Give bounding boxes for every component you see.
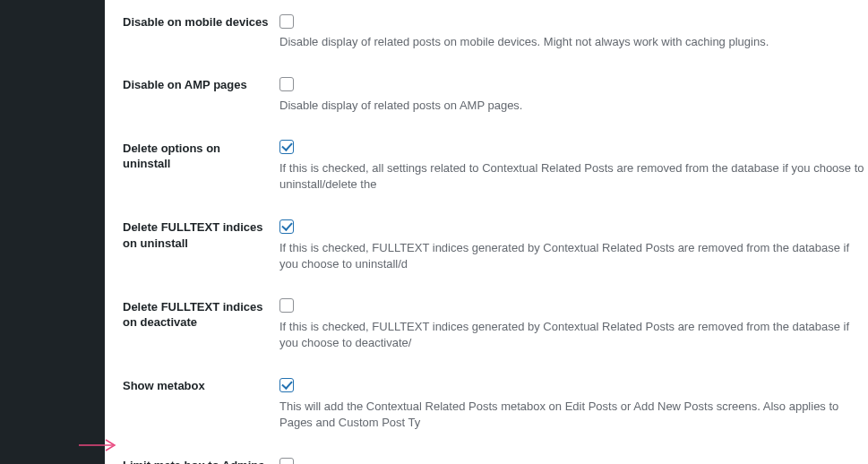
admin-sidebar bbox=[0, 0, 105, 464]
delete-options-uninstall-checkbox[interactable] bbox=[279, 140, 294, 154]
delete-fulltext-deactivate-checkbox[interactable] bbox=[279, 298, 294, 313]
setting-row-disable-mobile: Disable on mobile devices Disable displa… bbox=[123, 0, 868, 63]
setting-field: Disable display of related posts on AMP … bbox=[279, 75, 868, 113]
setting-description: If this is checked, FULLTEXT indices gen… bbox=[279, 320, 849, 349]
setting-label: Delete FULLTEXT indices on uninstall bbox=[123, 218, 279, 251]
settings-form-table: Disable on mobile devices Disable displa… bbox=[123, 0, 868, 464]
setting-field: If this is checked, all settings related… bbox=[279, 139, 868, 193]
setting-row-disable-amp: Disable on AMP pages Disable display of … bbox=[123, 63, 868, 125]
setting-row-show-metabox: Show metabox This will add the Contextua… bbox=[123, 364, 868, 443]
show-metabox-checkbox[interactable] bbox=[279, 378, 294, 392]
setting-description: This will add the Contextual Related Pos… bbox=[279, 400, 838, 429]
setting-row-delete-options-uninstall: Delete options on uninstall If this is c… bbox=[123, 126, 868, 206]
setting-description: Disable display of related posts on AMP … bbox=[279, 99, 522, 112]
disable-mobile-checkbox[interactable] bbox=[279, 14, 294, 29]
limit-metabox-admins-checkbox[interactable] bbox=[279, 458, 294, 464]
setting-label: Delete FULLTEXT indices on deactivate bbox=[123, 297, 279, 331]
disable-amp-checkbox[interactable] bbox=[279, 77, 294, 91]
setting-field: If selected, the meta box will be hidden… bbox=[279, 456, 868, 464]
setting-label: Limit meta box to Admins only bbox=[123, 456, 279, 464]
settings-content: Disable on mobile devices Disable displa… bbox=[105, 0, 868, 464]
setting-description: If this is checked, FULLTEXT indices gen… bbox=[279, 241, 849, 271]
setting-description: Disable display of related posts on mobi… bbox=[279, 35, 769, 48]
setting-label: Disable on mobile devices bbox=[123, 13, 279, 30]
setting-field: If this is checked, FULLTEXT indices gen… bbox=[279, 297, 868, 352]
setting-label: Disable on AMP pages bbox=[123, 75, 279, 93]
setting-label: Delete options on uninstall bbox=[123, 139, 279, 172]
delete-fulltext-uninstall-checkbox[interactable] bbox=[279, 219, 294, 234]
setting-field: If this is checked, FULLTEXT indices gen… bbox=[279, 218, 868, 272]
setting-row-limit-metabox-admins: Limit meta box to Admins only If selecte… bbox=[123, 443, 868, 464]
setting-field: Disable display of related posts on mobi… bbox=[279, 13, 868, 50]
setting-row-delete-fulltext-uninstall: Delete FULLTEXT indices on uninstall If … bbox=[123, 205, 868, 285]
setting-label: Show metabox bbox=[123, 376, 279, 394]
setting-description: If this is checked, all settings related… bbox=[279, 161, 864, 191]
setting-row-delete-fulltext-deactivate: Delete FULLTEXT indices on deactivate If… bbox=[123, 285, 868, 365]
setting-field: This will add the Contextual Related Pos… bbox=[279, 376, 868, 431]
